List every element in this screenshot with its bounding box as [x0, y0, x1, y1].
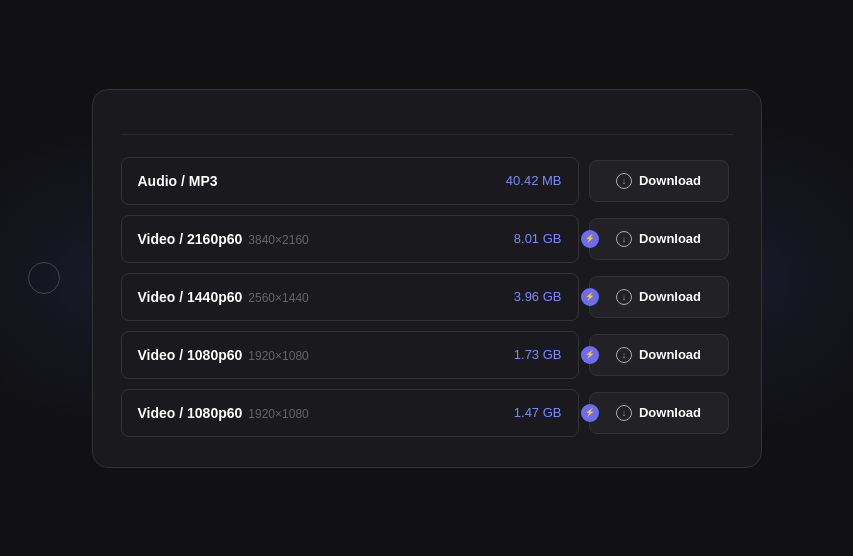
download-row: Video / 1080p601920×10801.47 GB↓Download [121, 389, 729, 437]
format-name: Video / 1080p60 [138, 347, 243, 363]
download-button-wrap: ↓Download [589, 218, 729, 260]
download-icon: ↓ [616, 405, 632, 421]
download-button-label: Download [639, 231, 701, 246]
download-button-label: Download [639, 405, 701, 420]
format-quality: 2160p60 [187, 231, 242, 247]
back-button[interactable] [28, 262, 60, 294]
format-size: 1.47 GB [514, 405, 562, 420]
download-icon: ↓ [616, 347, 632, 363]
format-quality: 1440p60 [187, 289, 242, 305]
download-button-1[interactable]: ↓Download [589, 218, 729, 260]
download-panel: Audio / MP340.42 MB↓DownloadVideo / 2160… [92, 89, 762, 468]
download-button-label: Download [639, 173, 701, 188]
download-button-4[interactable]: ↓Download [589, 392, 729, 434]
format-resolution: 3840×2160 [248, 233, 308, 247]
format-name: Video / 2160p60 [138, 231, 243, 247]
download-list: Audio / MP340.42 MB↓DownloadVideo / 2160… [121, 157, 733, 437]
format-size: 8.01 GB [514, 231, 562, 246]
format-resolution: 1920×1080 [248, 349, 308, 363]
format-quality: 1080p60 [187, 347, 242, 363]
premium-badge [581, 230, 599, 248]
format-name: Video / 1440p60 [138, 289, 243, 305]
download-row: Video / 1440p602560×14403.96 GB↓Download [121, 273, 729, 321]
format-resolution: 1920×1080 [248, 407, 308, 421]
premium-badge [581, 404, 599, 422]
download-button-2[interactable]: ↓Download [589, 276, 729, 318]
format-box: Video / 1080p601920×10801.73 GB [121, 331, 579, 379]
download-button-wrap: ↓Download [589, 334, 729, 376]
download-button-label: Download [639, 347, 701, 362]
download-row: Video / 2160p603840×21608.01 GB↓Download [121, 215, 729, 263]
download-icon: ↓ [616, 289, 632, 305]
download-button-3[interactable]: ↓Download [589, 334, 729, 376]
panel-header [121, 120, 733, 135]
format-quality: 1080p60 [187, 405, 242, 421]
format-size: 3.96 GB [514, 289, 562, 304]
format-box: Video / 1080p601920×10801.47 GB [121, 389, 579, 437]
format-info: Audio / MP3 [138, 172, 218, 190]
premium-badge [581, 346, 599, 364]
format-size: 40.42 MB [506, 173, 562, 188]
format-info: Video / 1440p602560×1440 [138, 288, 309, 306]
format-info: Video / 1080p601920×1080 [138, 404, 309, 422]
download-button-0[interactable]: ↓Download [589, 160, 729, 202]
format-size: 1.73 GB [514, 347, 562, 362]
download-button-wrap: ↓Download [589, 392, 729, 434]
format-box: Video / 1440p602560×14403.96 GB [121, 273, 579, 321]
download-button-wrap: ↓Download [589, 276, 729, 318]
format-info: Video / 1080p601920×1080 [138, 346, 309, 364]
download-button-label: Download [639, 289, 701, 304]
format-info: Video / 2160p603840×2160 [138, 230, 309, 248]
format-name: Video / 1080p60 [138, 405, 243, 421]
format-name: Audio / MP3 [138, 173, 218, 189]
format-resolution: 2560×1440 [248, 291, 308, 305]
format-box: Video / 2160p603840×21608.01 GB [121, 215, 579, 263]
download-icon: ↓ [616, 231, 632, 247]
format-box: Audio / MP340.42 MB [121, 157, 579, 205]
download-button-wrap: ↓Download [589, 160, 729, 202]
download-icon: ↓ [616, 173, 632, 189]
download-row: Video / 1080p601920×10801.73 GB↓Download [121, 331, 729, 379]
download-row: Audio / MP340.42 MB↓Download [121, 157, 729, 205]
premium-badge [581, 288, 599, 306]
